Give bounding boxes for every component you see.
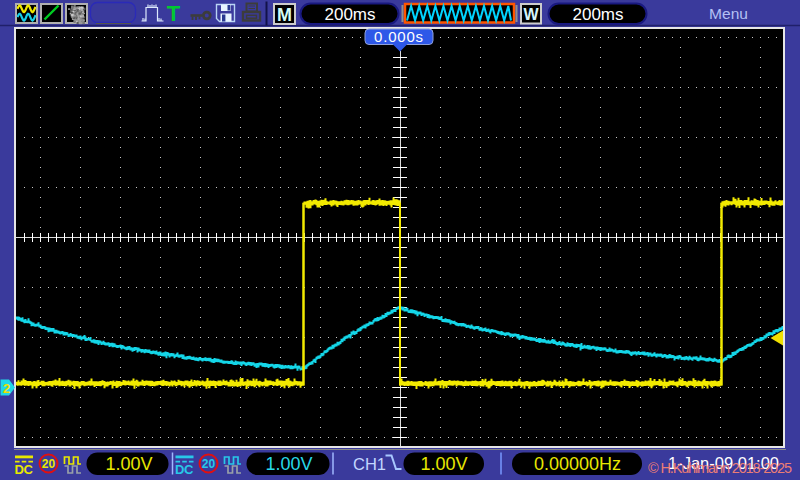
svg-text:Menu: Menu [709, 5, 748, 22]
svg-text:M: M [277, 5, 292, 25]
svg-text:20: 20 [202, 457, 216, 471]
svg-text:200ms: 200ms [324, 5, 375, 24]
svg-text:T: T [167, 1, 181, 26]
svg-text:0.00000Hz: 0.00000Hz [534, 454, 621, 474]
svg-text:© H.Kuhlmann 2018-2025: © H.Kuhlmann 2018-2025 [648, 460, 792, 476]
svg-text:20: 20 [42, 457, 56, 471]
svg-text:1.00V: 1.00V [105, 454, 152, 474]
svg-text:DC: DC [175, 462, 194, 477]
svg-text:CH1: CH1 [353, 455, 386, 473]
svg-text:200ms: 200ms [572, 5, 623, 24]
svg-text:W: W [523, 6, 539, 23]
svg-text:2: 2 [3, 381, 11, 396]
svg-text:1.00V: 1.00V [420, 454, 467, 474]
svg-text:1.00V: 1.00V [265, 454, 312, 474]
svg-text:0.000s: 0.000s [374, 28, 424, 45]
svg-text:DC: DC [15, 462, 34, 477]
